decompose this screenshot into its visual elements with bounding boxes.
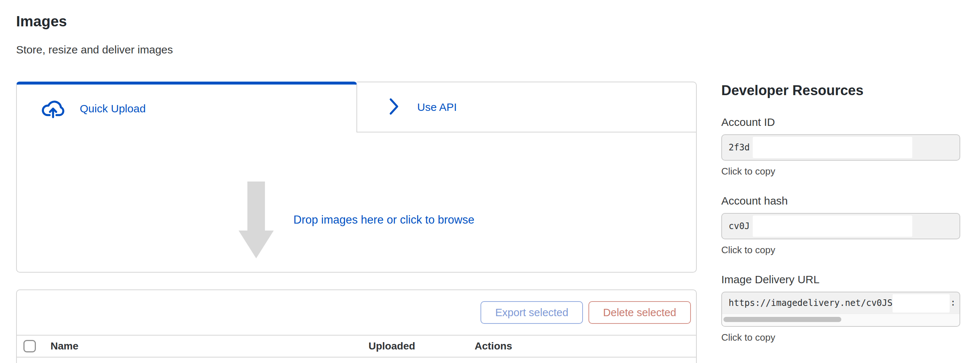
redaction-overlay (753, 215, 912, 237)
image-delivery-url-copy-hint: Click to copy (721, 332, 960, 343)
delete-selected-button[interactable]: Delete selected (589, 301, 691, 324)
chevron-right-icon (388, 97, 400, 118)
image-delivery-url-field: Image Delivery URL https://imagedelivery… (721, 273, 960, 343)
redaction-overlay (892, 294, 950, 312)
table-toolbar: Export selected Delete selected (17, 290, 696, 335)
account-id-value: 2f3d (729, 142, 750, 153)
column-header-uploaded: Uploaded (369, 340, 475, 352)
developer-resources-panel: Developer Resources Account ID 2f3d Clic… (721, 83, 960, 343)
arrow-down-icon (239, 182, 274, 258)
account-id-label: Account ID (721, 116, 960, 129)
column-header-actions: Actions (475, 340, 696, 352)
main-column: Images Store, resize and deliver images … (16, 0, 697, 363)
cloud-upload-icon (40, 97, 66, 120)
tab-quick-upload-label: Quick Upload (80, 102, 146, 115)
image-delivery-url-label: Image Delivery URL (721, 273, 960, 286)
page-title: Images (16, 13, 697, 30)
tab-quick-upload[interactable]: Quick Upload (16, 81, 357, 132)
column-header-name: Name (51, 340, 369, 352)
account-hash-copy-hint: Click to copy (721, 244, 960, 256)
account-id-field: Account ID 2f3d Click to copy (721, 116, 960, 177)
tab-use-api[interactable]: Use API (357, 81, 697, 132)
export-selected-button[interactable]: Export selected (480, 301, 583, 324)
image-dropzone[interactable]: Drop images here or click to browse (16, 132, 697, 272)
dropzone-label: Drop images here or click to browse (293, 213, 474, 226)
image-delivery-url-value: https://imagedelivery.net/cv0JSj (729, 298, 898, 308)
select-all-checkbox[interactable] (24, 340, 36, 352)
upload-tabbar: Quick Upload Use API (16, 81, 697, 132)
account-id-copy-hint: Click to copy (721, 166, 960, 177)
horizontal-scrollbar-thumb[interactable] (724, 317, 841, 322)
account-hash-label: Account hash (721, 195, 960, 207)
redaction-overlay (753, 137, 912, 158)
account-id-copy-box[interactable]: 2f3d (721, 134, 960, 161)
image-delivery-url-value-tail: : (950, 298, 956, 308)
horizontal-scrollbar (722, 314, 959, 326)
account-hash-copy-box[interactable]: cv0J (721, 213, 960, 239)
images-table-panel: Export selected Delete selected Name Upl… (16, 290, 697, 363)
dropzone-content: Drop images here or click to browse (239, 182, 474, 258)
image-delivery-url-copy-box[interactable]: https://imagedelivery.net/cv0JSj : (721, 291, 960, 327)
developer-resources-title: Developer Resources (721, 83, 960, 99)
table-header-row: Name Uploaded Actions (17, 335, 696, 358)
account-hash-field: Account hash cv0J Click to copy (721, 195, 960, 256)
page-subtitle: Store, resize and deliver images (16, 43, 697, 56)
account-hash-value: cv0J (729, 221, 750, 231)
tab-use-api-label: Use API (417, 101, 457, 113)
